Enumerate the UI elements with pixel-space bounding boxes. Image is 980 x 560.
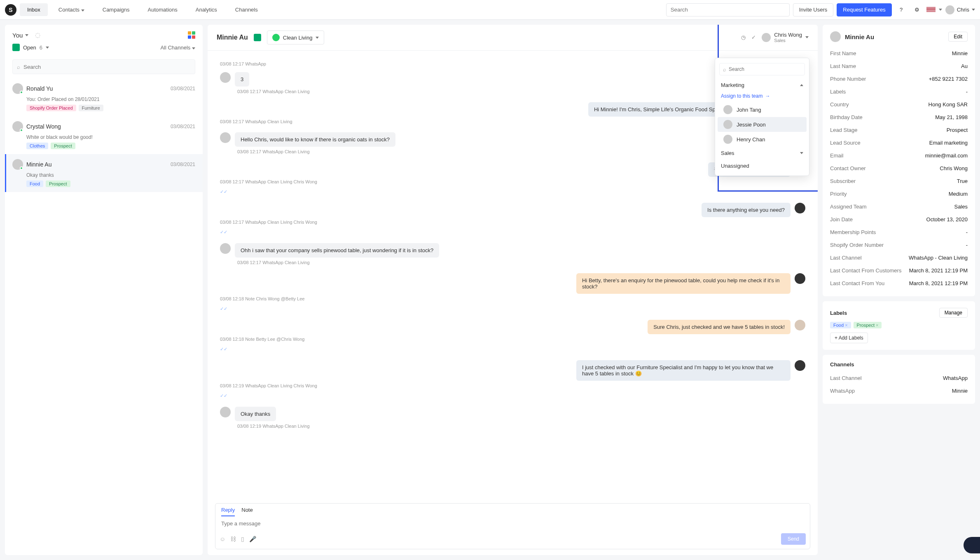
mic-icon[interactable]: 🎤 <box>249 536 256 542</box>
channel-row: WhatsAppMinnie <box>830 384 968 397</box>
support-widget[interactable] <box>964 537 980 553</box>
nav-inbox[interactable]: Inbox <box>20 3 48 16</box>
active-channel-selector[interactable]: Clean Living <box>267 30 325 45</box>
message-bubble: Is there anything else you need? <box>702 203 791 217</box>
inbox-search-input[interactable] <box>23 64 191 70</box>
assignee-search[interactable]: ⌕ <box>719 63 805 75</box>
remove-tag-icon[interactable]: × <box>876 323 878 328</box>
field-value: minnie@mail.com <box>925 152 968 159</box>
assignee-user-option[interactable]: John Tang <box>718 102 807 117</box>
grid-icon[interactable] <box>188 31 195 39</box>
tab-reply[interactable]: Reply <box>221 507 235 516</box>
conversation-status-badge[interactable] <box>254 34 261 41</box>
chevron-down-icon <box>46 47 49 49</box>
chat-contact-name: Minnie Au <box>217 34 248 41</box>
inbox-search[interactable]: ⌕ <box>12 59 195 74</box>
tag: Shopify Order Placed <box>26 105 76 111</box>
field-label: Priority <box>830 191 847 197</box>
contact-sidebar: Minnie Au Edit First Name Minnie Last Na… <box>823 25 975 555</box>
chevron-down-icon <box>939 9 942 11</box>
send-button[interactable]: Send <box>781 533 806 545</box>
contact-profile-panel: Minnie Au Edit First Name Minnie Last Na… <box>823 25 975 296</box>
field-label: Assigned Team <box>830 204 867 210</box>
profile-field: Membership Points - <box>830 226 968 239</box>
resolve-icon[interactable]: ✓ <box>751 34 756 40</box>
avatar <box>795 273 805 284</box>
tab-note[interactable]: Note <box>241 507 253 516</box>
attach-icon[interactable]: ⛓ <box>230 536 236 542</box>
avatar <box>12 83 23 94</box>
field-value: March 8, 2021 12:19 PM <box>909 280 968 286</box>
field-label: Membership Points <box>830 229 876 235</box>
owner-filter[interactable]: You ◌ <box>12 31 40 39</box>
profile-field: Assigned Team Sales <box>830 200 968 213</box>
conversation-list: Ronald Yu 03/08/2021 You: Order Placed o… <box>5 78 203 555</box>
profile-field: Last Contact From Customers March 8, 202… <box>830 264 968 277</box>
field-value: - <box>966 89 968 95</box>
avatar <box>795 203 805 213</box>
profile-field: Lead Stage Prospect <box>830 124 968 136</box>
unassigned-option[interactable]: Unassigned <box>715 159 809 172</box>
request-features-button[interactable]: Request Features <box>837 3 891 16</box>
whatsapp-icon <box>272 34 280 41</box>
reply-box: Reply Note ☺ ⛓ ▯ 🎤 Send <box>215 503 810 549</box>
global-search-input[interactable] <box>666 3 790 16</box>
channel-filter[interactable]: All Channels <box>160 45 195 51</box>
invite-users-button[interactable]: Invite Users <box>793 3 834 16</box>
message-meta: 03/08 12:17 WhatsApp <box>220 61 372 66</box>
field-label: Labels <box>830 89 846 95</box>
avatar <box>220 243 231 254</box>
team-marketing-header[interactable]: Marketing <box>715 79 809 91</box>
tag[interactable]: Food × <box>830 322 851 328</box>
status-filter[interactable]: Open 6 <box>12 44 49 51</box>
conversation-item[interactable]: Crystal Wong 03/08/2021 White or black w… <box>5 116 203 154</box>
field-label: Subscriber <box>830 178 856 184</box>
profile-field: Subscriber True <box>830 175 968 187</box>
message-bubble: I just checked with our Furniture Specia… <box>576 360 791 381</box>
nav-channels[interactable]: Channels <box>228 3 265 16</box>
locale-flag[interactable] <box>926 7 936 13</box>
app-logo[interactable]: S <box>5 4 16 16</box>
chevron-down-icon <box>25 34 28 36</box>
message-bubble: Hi Betty, there's an enquiry for the pin… <box>576 273 791 294</box>
current-user-menu[interactable]: Chris <box>945 5 975 14</box>
profile-field: Last Contact From You March 8, 2021 12:1… <box>830 277 968 290</box>
nav-contacts[interactable]: Contacts <box>51 3 92 16</box>
search-icon: ⌕ <box>17 64 20 70</box>
field-label: Phone Number <box>830 76 866 82</box>
assignee-selector[interactable]: Chris Wong Sales <box>762 32 809 43</box>
nav-campaigns[interactable]: Campaigns <box>95 3 137 16</box>
field-label: Country <box>830 101 849 108</box>
field-label: Last Contact From You <box>830 280 884 286</box>
tag[interactable]: Prospect × <box>854 322 882 328</box>
field-value: Chris Wong <box>940 165 968 171</box>
field-value: May 21, 1998 <box>935 114 968 120</box>
remove-tag-icon[interactable]: × <box>845 323 847 328</box>
assignee-user-option[interactable]: Henry Chan <box>718 132 807 147</box>
field-label: First Name <box>830 50 856 56</box>
nav-analytics[interactable]: Analytics <box>188 3 225 16</box>
conversation-item[interactable]: Ronald Yu 03/08/2021 You: Order Placed o… <box>5 78 203 116</box>
manage-labels-button[interactable]: Manage <box>939 308 968 318</box>
assignee-user-option[interactable]: Jessie Poon <box>718 117 807 132</box>
nav-automations[interactable]: Automations <box>140 3 185 16</box>
avatar <box>220 72 231 83</box>
tag: Prospect <box>51 143 75 149</box>
emoji-icon[interactable]: ☺ <box>220 536 225 542</box>
add-label-button[interactable]: + Add Labels <box>830 333 868 343</box>
field-value: March 8, 2021 12:19 PM <box>909 267 968 274</box>
assign-to-team-link[interactable]: Assign to this team→ <box>715 91 809 102</box>
chevron-down-icon <box>800 152 803 154</box>
assignee-search-input[interactable] <box>729 66 801 72</box>
message-meta: 03/08 12:17 WhatsApp Clean Living <box>220 260 805 265</box>
template-icon[interactable]: ▯ <box>241 536 244 542</box>
conversation-item[interactable]: Minnie Au 03/08/2021 Okay thanks FoodPro… <box>5 154 203 192</box>
edit-profile-button[interactable]: Edit <box>948 32 968 42</box>
gear-icon[interactable]: ⚙ <box>911 4 923 16</box>
message-input[interactable] <box>215 516 810 531</box>
help-icon[interactable]: ? <box>895 4 907 16</box>
tag: Prospect <box>46 180 70 187</box>
team-sales-header[interactable]: Sales <box>715 147 809 159</box>
message-meta: 03/08 12:17 WhatsApp Clean Living <box>220 119 372 124</box>
snooze-icon[interactable]: ◷ <box>741 34 746 40</box>
